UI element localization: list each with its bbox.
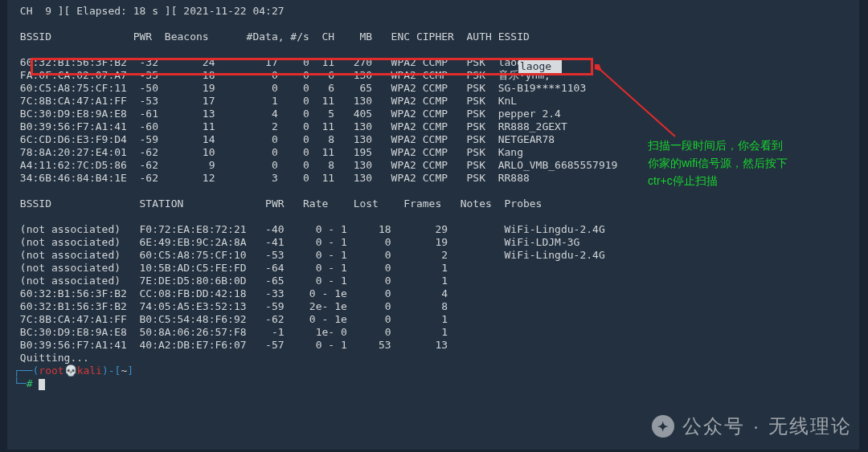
annotation-text: 扫描一段时间后，你会看到 你家的wifi信号源，然后按下 ctr+c停止扫描 [648,136,857,189]
prompt-host: kali [77,364,102,377]
wechat-icon: ✦ [652,415,674,438]
prompt-line-2[interactable]: └─# [14,377,853,390]
cursor [39,379,45,390]
watermark: ✦ 公众号 · 无线理论 [652,413,852,439]
highlighted-essid: laoge [518,60,562,73]
terminal-window[interactable]: CH 9 ][ Elapsed: 18 s ][ 2021-11-22 04:2… [7,0,859,450]
skull-icon: 💀 [64,364,77,377]
prompt-line-1: ┌──(root💀kali)-[~] [14,364,853,377]
prompt-user: root [39,364,63,377]
